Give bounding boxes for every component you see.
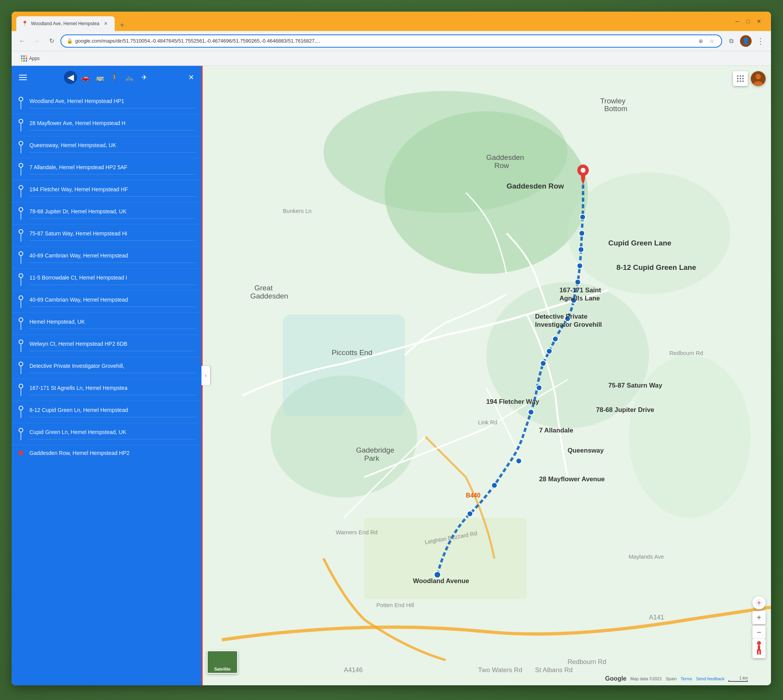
map-background: Trowley Bottom Gaddesden Row Gaddesden R… bbox=[201, 66, 771, 685]
svg-text:78-68 Jupiter Drive: 78-68 Jupiter Drive bbox=[596, 407, 654, 414]
directions-list: Woodland Ave, Hemel Hempstead HP1 28 May… bbox=[12, 89, 201, 685]
waypoint-text: 11-5 Borrowdale Ct, Hemel Hempstead I bbox=[29, 275, 195, 285]
svg-point-5 bbox=[324, 91, 568, 213]
terms-link[interactable]: Terms bbox=[681, 676, 692, 681]
spain-text: Spain bbox=[666, 676, 677, 681]
dot-container bbox=[18, 451, 24, 455]
close-button[interactable]: ✕ bbox=[755, 17, 763, 26]
list-item[interactable]: 40-69 Cambrian Way, Hemel Hempstead bbox=[12, 291, 201, 313]
list-item[interactable]: 7 Allandale, Hemel Hempstead HP2 5AF bbox=[12, 158, 201, 180]
satellite-button[interactable]: Satellite bbox=[207, 650, 238, 674]
waypoint-text: 40-69 Cambrian Way, Hemel Hempstead bbox=[29, 297, 195, 307]
zoom-out-button[interactable]: − bbox=[752, 626, 766, 639]
svg-point-24 bbox=[580, 214, 586, 220]
list-item[interactable]: 8-12 Cupid Green Ln, Hemel Hempstead bbox=[12, 401, 201, 423]
list-item[interactable]: Woodland Ave, Hemel Hempstead HP1 bbox=[12, 92, 201, 114]
list-item[interactable]: 28 Mayflower Ave, Hemel Hempstead H bbox=[12, 114, 201, 136]
map-user-avatar[interactable] bbox=[751, 71, 766, 86]
dot-container bbox=[18, 229, 24, 242]
svg-point-11 bbox=[492, 482, 497, 488]
minimize-button[interactable]: ─ bbox=[733, 17, 742, 26]
menu-button[interactable] bbox=[16, 71, 29, 84]
waypoint-text: Gaddesden Row, Hemel Hempstead HP2 bbox=[29, 450, 195, 456]
svg-text:Link Rd: Link Rd bbox=[478, 419, 497, 425]
dot-connector bbox=[21, 344, 21, 352]
grid-dot bbox=[21, 58, 22, 59]
svg-text:Gaddesden: Gaddesden bbox=[486, 154, 524, 162]
list-item[interactable]: Detective Private Investigator Grovehill… bbox=[12, 357, 201, 379]
svg-point-15 bbox=[540, 360, 546, 366]
cycling-mode-button[interactable]: 🚲 bbox=[123, 71, 136, 84]
dot-container bbox=[18, 406, 24, 418]
waypoint-text: Detective Private Investigator Grovehill… bbox=[29, 363, 195, 373]
hamburger-line-3 bbox=[19, 79, 27, 80]
svg-text:Trowley: Trowley bbox=[600, 97, 626, 105]
zoom-in-button[interactable]: + bbox=[752, 611, 766, 624]
list-item[interactable]: Hemel Hempstead, UK bbox=[12, 313, 201, 335]
list-item[interactable]: 167-171 St Agnells Ln, Hemel Hempstea bbox=[12, 379, 201, 401]
svg-rect-4 bbox=[283, 315, 405, 417]
map-scale: 1 km bbox=[728, 676, 748, 682]
walking-mode-button[interactable]: 🚶 bbox=[108, 71, 121, 84]
svg-rect-78 bbox=[757, 649, 759, 655]
map-svg: Trowley Bottom Gaddesden Row Gaddesden R… bbox=[201, 66, 771, 685]
list-item[interactable]: 194 Fletcher Way, Hemel Hempstead HF bbox=[12, 180, 201, 202]
feedback-link[interactable]: Send feedback bbox=[696, 676, 724, 681]
refresh-button[interactable]: ↻ bbox=[46, 35, 57, 47]
zoom-controls: + − bbox=[752, 596, 766, 639]
list-item[interactable]: 40-69 Cambrian Way, Hemel Hempstead bbox=[12, 247, 201, 269]
svg-point-22 bbox=[578, 247, 584, 252]
list-item[interactable]: 11-5 Borrowdale Ct, Hemel Hempstead I bbox=[12, 269, 201, 291]
svg-point-10 bbox=[467, 511, 473, 517]
forward-button[interactable]: → bbox=[31, 35, 43, 47]
driving-mode-button[interactable]: 🚗 bbox=[79, 71, 92, 84]
more-options-button[interactable]: ⋮ bbox=[755, 35, 766, 47]
svg-rect-68 bbox=[742, 78, 743, 79]
close-directions-button[interactable]: ✕ bbox=[185, 72, 197, 83]
waypoint-dot bbox=[19, 295, 23, 300]
compass-button[interactable] bbox=[752, 596, 766, 609]
apps-bookmark[interactable]: Apps bbox=[17, 54, 43, 63]
destination-dot bbox=[19, 451, 23, 455]
dot-connector bbox=[21, 190, 21, 197]
map-footer: Google Map data ©2021 Spain Terms Send f… bbox=[605, 675, 748, 682]
dot-connector bbox=[21, 146, 21, 153]
svg-point-20 bbox=[575, 279, 581, 285]
map-area[interactable]: Trowley Bottom Gaddesden Row Gaddesden R… bbox=[201, 66, 771, 685]
back-button[interactable]: ← bbox=[16, 35, 28, 47]
browser-tab[interactable]: 📍 Woodland Ave, Hemel Hempstea ✕ bbox=[16, 16, 115, 31]
transit-mode-button[interactable]: 🚌 bbox=[93, 71, 107, 84]
list-item[interactable]: Queensway, Hemel Hempstead, UK bbox=[12, 136, 201, 158]
list-item[interactable]: 75-87 Saturn Way, Hemel Hempstead Hi bbox=[12, 225, 201, 247]
address-bar[interactable]: 🔒 google.com/maps/dir/51.7510054,-0.4847… bbox=[60, 34, 722, 48]
directions-mode-button[interactable]: ◀ bbox=[64, 71, 77, 84]
waypoint-text: Queensway, Hemel Hempstead, UK bbox=[29, 142, 195, 153]
svg-text:Gadebridge: Gadebridge bbox=[356, 446, 394, 455]
bookmark-star-icon[interactable]: ☆ bbox=[707, 37, 716, 45]
dot-connector bbox=[21, 366, 21, 374]
satellite-label: Satellite bbox=[214, 667, 231, 671]
svg-point-76 bbox=[757, 641, 761, 645]
list-item[interactable]: Cupid Green Ln, Hemel Hempstead, UK bbox=[12, 423, 201, 445]
browser-window: 📍 Woodland Ave, Hemel Hempstea ✕ + ─ □ ✕… bbox=[12, 12, 771, 685]
new-tab-button[interactable]: + bbox=[116, 19, 128, 31]
add-to-reading-list-icon[interactable]: ⊕ bbox=[697, 37, 705, 45]
list-item[interactable]: Welwyn Ct, Hemel Hempstead HP2 6DB bbox=[12, 335, 201, 357]
maximize-button[interactable]: □ bbox=[744, 17, 752, 26]
list-item[interactable]: Gaddesden Row, Hemel Hempstead HP2 bbox=[12, 445, 201, 461]
svg-text:Bunkers Ln: Bunkers Ln bbox=[283, 208, 311, 214]
waypoint-dot bbox=[19, 273, 23, 278]
extensions-icon[interactable]: ⧉ bbox=[727, 37, 735, 45]
list-item[interactable]: 78-68 Jupiter Dr, Hemel Hempstead, UK bbox=[12, 202, 201, 225]
profile-avatar[interactable]: 👤 bbox=[740, 35, 752, 47]
waypoint-text: 167-171 St Agnells Ln, Hemel Hempstea bbox=[29, 385, 195, 395]
dot-container bbox=[18, 317, 24, 330]
dot-container bbox=[18, 340, 24, 352]
street-view-button[interactable] bbox=[752, 639, 766, 658]
flying-mode-button[interactable]: ✈ bbox=[138, 71, 151, 84]
tab-close-button[interactable]: ✕ bbox=[102, 20, 109, 27]
map-layers-button[interactable] bbox=[733, 71, 748, 86]
dot-connector bbox=[21, 300, 21, 308]
scale-label: 1 km bbox=[739, 676, 748, 680]
collapse-panel-button[interactable]: ‹ bbox=[201, 366, 210, 385]
